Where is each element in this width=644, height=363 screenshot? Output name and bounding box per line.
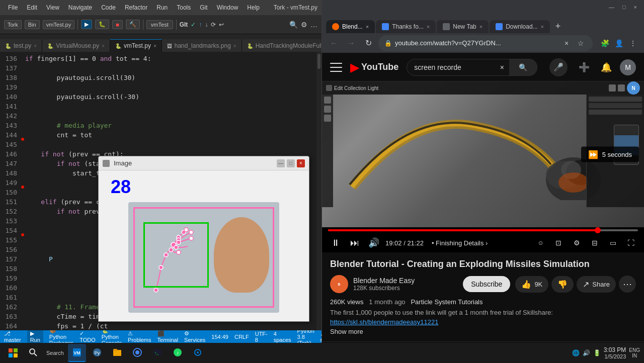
settings-icon[interactable]: ⚙	[301, 21, 307, 29]
terminal-btn[interactable]: ⬛ Terminal	[157, 330, 179, 343]
menu-navigate[interactable]: Navigate	[64, 3, 96, 12]
stop-btn[interactable]: ■	[112, 20, 123, 29]
lang-indicator[interactable]: ENG IN	[629, 347, 640, 358]
taskbar-vm-icon[interactable]: VM	[68, 344, 86, 362]
menu-refactor[interactable]: Refactor	[121, 3, 151, 12]
menu-file[interactable]: File	[4, 3, 22, 12]
yt-create-btn[interactable]: ➕	[576, 59, 593, 76]
play-pause-btn[interactable]: ⏸	[328, 235, 343, 250]
yt-notifications-btn[interactable]: 🔔	[598, 59, 615, 76]
run-btn-status[interactable]: ▶ Run	[27, 330, 43, 343]
browser-menu-icon[interactable]: ⋮	[627, 37, 639, 49]
yt-search-submit-btn[interactable]: 🔍	[509, 59, 537, 76]
branch-selector[interactable]: vmTest	[146, 20, 173, 29]
tray-battery-icon[interactable]: 🔋	[593, 349, 601, 356]
reload-btn[interactable]: ↻	[361, 36, 375, 50]
progress-bar[interactable]	[328, 229, 638, 231]
menu-tools[interactable]: Tools	[173, 3, 195, 12]
tab-test-py[interactable]: 🐍 test.py ×	[0, 39, 42, 52]
more-options-icon[interactable]: …	[310, 21, 317, 29]
git-branch-status[interactable]: ⎇ master	[4, 330, 21, 343]
tab-close-blender[interactable]: ×	[366, 24, 369, 30]
share-btn[interactable]: ↗ Share	[577, 276, 616, 293]
forward-btn[interactable]: →	[344, 36, 358, 50]
new-tab-button[interactable]: +	[551, 19, 565, 33]
menu-code[interactable]: Code	[97, 3, 120, 12]
taskbar-search-btn[interactable]	[24, 344, 42, 362]
browser-tab-thanks[interactable]: Thanks fo... ×	[376, 20, 436, 33]
menu-run[interactable]: Run	[152, 3, 172, 12]
channel-avatar[interactable]: B	[330, 275, 348, 293]
taskbar-terminal-icon[interactable]: ›_	[148, 344, 167, 362]
yt-logo[interactable]: ▶ YouTube	[350, 60, 398, 74]
taskbar-music-icon[interactable]: ♪	[169, 344, 187, 362]
taskbar-python-icon[interactable]: Py	[88, 344, 106, 362]
tab-hand-landmarks[interactable]: 🖼 hand_landmarks.png ×	[162, 39, 242, 52]
browser-maximize-btn[interactable]: □	[619, 4, 629, 10]
search-code-icon[interactable]: 🔍	[289, 21, 298, 29]
minimap-scrollbar[interactable]	[316, 52, 321, 330]
skillshare-link[interactable]: https://skl.sh/blendermadeeasy11221	[330, 318, 636, 326]
yt-mic-btn[interactable]: 🎤	[549, 58, 568, 76]
clear-address-btn[interactable]: ×	[560, 37, 573, 49]
tab-close-newtab[interactable]: ×	[479, 24, 482, 30]
popup-close-btn[interactable]: ×	[297, 159, 305, 167]
todo-btn[interactable]: ✓ TODO	[79, 330, 96, 343]
browser-tab-download[interactable]: Download... ×	[490, 20, 550, 33]
tray-network-icon[interactable]: 🌐	[572, 349, 580, 356]
fullscreen-btn[interactable]: ⛶	[624, 236, 638, 250]
file-btn[interactable]: vmTest.py	[43, 20, 75, 29]
subtitles-btn[interactable]: ⊡	[551, 236, 566, 250]
bookmark-icon[interactable]: ☆	[575, 37, 587, 49]
volume-btn[interactable]: 🔊	[366, 235, 381, 250]
tab-virtual-mouse[interactable]: 🐍 VirtualMouse.py ×	[42, 39, 110, 52]
taskbar-explorer-icon[interactable]	[108, 344, 126, 362]
address-bar[interactable]: 🔒 youtube.com/watch?v=Q27YGrDN... × ☆	[378, 35, 593, 51]
debug-btn[interactable]: 🐛	[95, 20, 109, 29]
settings-btn[interactable]: ⚙	[570, 236, 584, 250]
start-menu-btn[interactable]	[4, 344, 22, 362]
browser-close-btn[interactable]: ×	[631, 4, 640, 10]
tab-close-icon[interactable]: ×	[153, 43, 156, 49]
popup-maximize-btn[interactable]: □	[287, 159, 295, 167]
yt-search-input[interactable]	[407, 59, 515, 76]
tab-close-icon[interactable]: ×	[233, 43, 236, 49]
channel-name[interactable]: Blender Made Easy	[353, 277, 458, 285]
bin-btn[interactable]: Bin	[25, 20, 40, 29]
tab-close-icon[interactable]: ×	[34, 43, 37, 49]
theater-btn[interactable]: ▭	[606, 236, 620, 250]
yt-hamburger-menu[interactable]	[330, 61, 342, 73]
sys-clock[interactable]: 3:03 PM 1/5/2023	[604, 346, 626, 359]
yt-avatar[interactable]: M	[620, 59, 636, 75]
back-btn[interactable]: ←	[327, 36, 341, 50]
next-btn[interactable]: ⏭	[347, 235, 362, 250]
browser-tab-blender[interactable]: Blend... ×	[326, 20, 375, 33]
build-btn[interactable]: 🔨	[126, 20, 140, 29]
run-btn[interactable]: ▶	[81, 20, 92, 29]
account-icon[interactable]: 👤	[613, 37, 625, 49]
autoplay-btn[interactable]: ⊙	[533, 236, 547, 250]
menu-view[interactable]: View	[42, 3, 63, 12]
popup-minimize-btn[interactable]: —	[277, 159, 285, 167]
menu-git[interactable]: Git	[196, 3, 211, 12]
skip-badge[interactable]: ⏩ 5 seconds	[581, 147, 639, 162]
more-actions-btn[interactable]: ⋯	[619, 276, 636, 293]
video-player[interactable]: Edit Collection Light N	[322, 81, 644, 227]
browser-minimize-btn[interactable]: —	[606, 4, 617, 10]
taskbar-search-text[interactable]: Search	[44, 350, 66, 356]
subscribe-button[interactable]: Subscribe	[463, 276, 510, 292]
taskbar-settings-icon[interactable]	[189, 344, 207, 362]
yt-search-clear-btn[interactable]: ×	[500, 63, 504, 71]
taskbar-browser-icon[interactable]	[128, 344, 146, 362]
extensions-icon[interactable]: 🧩	[599, 37, 611, 49]
tab-close-thanks[interactable]: ×	[427, 24, 430, 30]
show-more-btn[interactable]: Show more	[330, 328, 636, 335]
problems-btn[interactable]: ⚠ Problems	[128, 330, 151, 343]
services-btn[interactable]: ⚙ Services	[184, 330, 205, 343]
menu-edit[interactable]: Edit	[23, 3, 41, 12]
tab-hand-tracking[interactable]: 🐍 HandTrackingModuleFull.py ×	[242, 39, 321, 52]
tray-volume-icon[interactable]: 🔊	[583, 349, 590, 356]
browser-tab-newtab[interactable]: New Tab ×	[437, 20, 489, 33]
menu-help[interactable]: Help	[243, 3, 264, 12]
menu-window[interactable]: Window	[213, 3, 243, 12]
